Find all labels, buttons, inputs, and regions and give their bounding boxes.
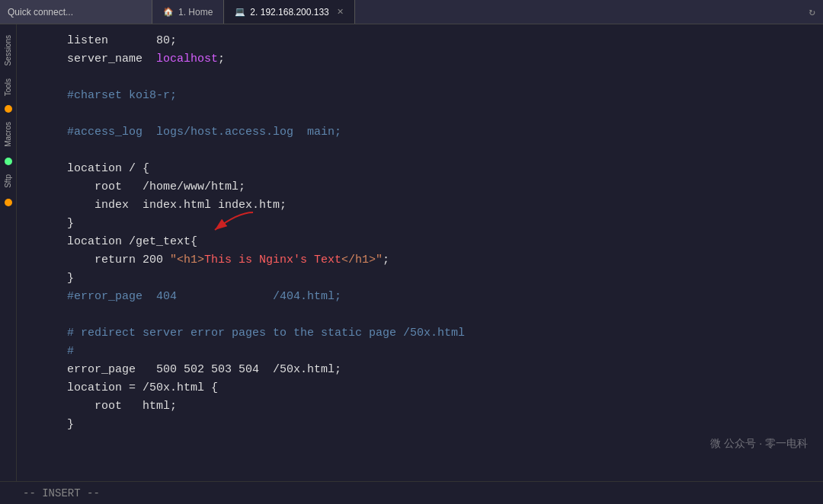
editor[interactable]: listen 80; server_name localhost; #chars… [17, 24, 823, 481]
sidebar: Sessions Tools Macros Sftp [0, 24, 17, 481]
code-content: listen 80; server_name localhost; #chars… [17, 24, 823, 460]
line-location-50x: location = /50x.html { [40, 379, 800, 397]
line-close-brace-3: } [40, 416, 800, 434]
tab-close-icon[interactable]: ✕ [337, 7, 344, 17]
line-empty-2 [40, 105, 800, 123]
refresh-button[interactable]: ↻ [802, 5, 823, 18]
tab-server[interactable]: 💻 2. 192.168.200.133 ✕ [224, 0, 354, 24]
quick-connect-label: Quick connect... [8, 7, 73, 18]
line-root: root /home/www/html; [40, 178, 800, 196]
sidebar-item-sftp[interactable]: Sftp [2, 170, 14, 193]
watermark-text: 微 公众号 · 零一电科 [710, 437, 808, 449]
line-close-brace-1: } [40, 215, 800, 233]
sidebar-item-tools[interactable]: Tools [2, 74, 14, 100]
line-location-get-text: location /get_text{ [40, 233, 800, 251]
status-bar: -- INSERT -- [0, 481, 823, 504]
line-hash: # [40, 343, 800, 361]
line-empty-5 [40, 434, 800, 452]
line-empty-1 [40, 69, 800, 87]
line-charset: #charset koi8-r; [40, 87, 800, 105]
sidebar-dot-sftp [5, 158, 12, 165]
line-index: index index.html index.htm; [40, 196, 800, 215]
line-empty-4 [40, 306, 800, 324]
line-error-page: error_page 500 502 503 504 /50x.html; [40, 361, 800, 379]
sidebar-item-sessions[interactable]: Sessions [2, 30, 14, 71]
tabs-container: 🏠 1. Home 💻 2. 192.168.200.133 ✕ ↻ [152, 0, 823, 24]
tab-home-label: 1. Home [178, 7, 213, 18]
tab-home[interactable]: 🏠 1. Home [152, 0, 224, 24]
sidebar-item-macros[interactable]: Macros [2, 117, 14, 152]
line-location-root: location / { [40, 160, 800, 178]
line-redirect-comment: # redirect server error pages to the sta… [40, 324, 800, 343]
line-error-page-comment: #error_page 404 /404.html; [40, 288, 800, 306]
line-access-log: #access_log logs/host.access.log main; [40, 123, 800, 142]
line-root-html: root html; [40, 397, 800, 416]
server-icon: 💻 [235, 7, 245, 17]
line-return: return 200 "<h1>This is Nginx's Text</h1… [40, 251, 800, 270]
watermark: 微 公众号 · 零一电科 [710, 437, 808, 451]
insert-mode-label: -- INSERT -- [23, 487, 100, 499]
main-area: Sessions Tools Macros Sftp listen 80; se… [0, 24, 823, 481]
top-bar: Quick connect... 🏠 1. Home 💻 2. 192.168.… [0, 0, 823, 24]
refresh-icon: ↻ [809, 6, 815, 18]
sidebar-dot-macros [5, 105, 12, 113]
tab-server-label: 2. 192.168.200.133 [250, 7, 328, 18]
home-icon: 🏠 [163, 7, 174, 17]
line-server-name: server_name localhost; [40, 50, 800, 69]
sidebar-dot-extra [5, 199, 12, 206]
line-close-brace-2: } [40, 270, 800, 288]
line-listen: listen 80; [40, 32, 800, 50]
line-empty-3 [40, 142, 800, 160]
quick-connect[interactable]: Quick connect... [0, 0, 152, 24]
